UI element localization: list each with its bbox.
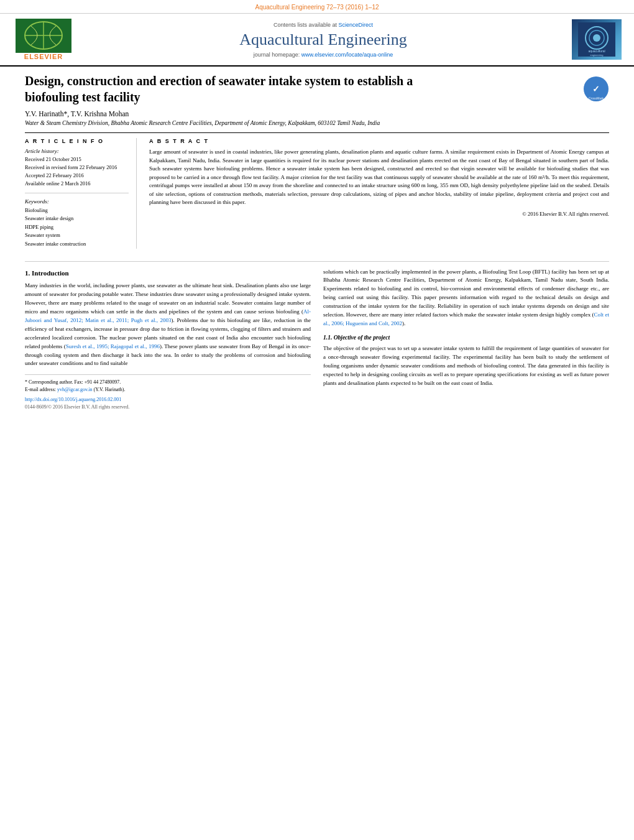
abstract-heading: A B S T R A C T bbox=[149, 138, 609, 144]
contents-text: Contents lists available at bbox=[273, 22, 337, 28]
section1-number: 1. bbox=[25, 269, 30, 277]
article-info-heading: A R T I C L E I N F O bbox=[25, 138, 129, 144]
top-bar: Aquacultural Engineering 72–73 (2016) 1–… bbox=[0, 0, 634, 14]
info-divider bbox=[25, 193, 129, 193]
svg-text:engineering: engineering bbox=[590, 53, 604, 57]
svg-text:CrossMark: CrossMark bbox=[589, 96, 604, 100]
section1-para1: Many industries in the world, including … bbox=[25, 282, 311, 368]
footnote-email-line: E-mail address: yvh@igcar.gov.in (Y.V. H… bbox=[25, 386, 311, 394]
received-1: Received 21 October 2015 bbox=[25, 156, 129, 164]
subsection1-1-heading: 1.1. Objective of the project bbox=[323, 333, 609, 342]
received-revised: Received in revised form 22 February 201… bbox=[25, 164, 129, 172]
body-col-right: solutions which can be practically imple… bbox=[323, 268, 609, 412]
svg-point-7 bbox=[593, 34, 600, 42]
footnote-email-person: (Y.V. Harinath). bbox=[94, 387, 126, 392]
svg-text:aquacultural: aquacultural bbox=[588, 49, 605, 53]
authors-text: Y.V. Harinath*, T.V. Krishna Mohan bbox=[25, 110, 129, 118]
abstract-text: Large amount of seawater is used in coas… bbox=[149, 148, 609, 207]
section1-title-text: Introduction bbox=[32, 269, 69, 277]
contents-available: Contents lists available at ScienceDirec… bbox=[81, 22, 566, 28]
title-area: ✓ CrossMark Design, construction and ere… bbox=[25, 73, 609, 105]
ref-aljuboori[interactable]: Al-Juboori and Yusaf, 2012; Matin et al.… bbox=[25, 308, 311, 323]
elsevier-text: ELSEVIER bbox=[24, 53, 63, 60]
keywords-list: Biofouling Seawater intake design HDPE p… bbox=[25, 206, 129, 249]
copyright: © 2016 Elsevier B.V. All rights reserved… bbox=[149, 211, 609, 217]
paper-title: Design, construction and erection of sea… bbox=[25, 73, 448, 105]
issn-line: 0144-8609/© 2016 Elsevier B.V. All right… bbox=[25, 404, 311, 411]
journal-homepage: journal homepage: www.elsevier.com/locat… bbox=[81, 52, 566, 58]
footnote-section: * Corresponding author. Fax: +91 44 2748… bbox=[25, 374, 311, 411]
sciencedirect-link[interactable]: ScienceDirect bbox=[339, 22, 374, 28]
crossmark-badge: ✓ CrossMark bbox=[583, 76, 609, 103]
affiliation: Water & Steam Chemistry Division, Bhabha… bbox=[25, 120, 609, 126]
abstract-section: A B S T R A C T Large amount of seawater… bbox=[149, 138, 609, 249]
subsection1-1-text: The objective of the project was to set … bbox=[323, 344, 609, 388]
keyword-3: HDPE piping bbox=[25, 223, 129, 232]
accepted: Accepted 22 February 2016 bbox=[25, 172, 129, 180]
footnote-corresponding: * Corresponding author. Fax: +91 44 2748… bbox=[25, 379, 311, 386]
elsevier-logo-image bbox=[16, 19, 71, 53]
article-info-abstract: A R T I C L E I N F O Article history: R… bbox=[25, 132, 609, 249]
article-history-label: Article history: bbox=[25, 148, 129, 154]
authors: Y.V. Harinath*, T.V. Krishna Mohan bbox=[25, 110, 609, 118]
keyword-5: Seawater intake construction bbox=[25, 240, 129, 249]
body-content: 1. Introduction Many industries in the w… bbox=[0, 268, 634, 412]
header-center: Contents lists available at ScienceDirec… bbox=[81, 22, 566, 58]
doi-link[interactable]: http://dx.doi.org/10.1016/j.aquaeng.2016… bbox=[25, 397, 121, 402]
section1-para2: solutions which can be practically imple… bbox=[323, 268, 609, 329]
body-col-left: 1. Introduction Many industries in the w… bbox=[25, 268, 311, 412]
section1-heading: 1. Introduction bbox=[25, 268, 311, 279]
footnote-asterisk-text: * Corresponding author. Fax: +91 44 2748… bbox=[25, 379, 121, 385]
keyword-1: Biofouling bbox=[25, 206, 129, 215]
svg-text:✓: ✓ bbox=[592, 84, 600, 94]
journal-logo-svg: aquacultural engineering bbox=[578, 22, 615, 57]
footnote-email-link[interactable]: yvh@igcar.gov.in bbox=[57, 387, 93, 392]
homepage-label: journal homepage: bbox=[254, 52, 300, 58]
keyword-4: Seawater system bbox=[25, 231, 129, 240]
ref-colt[interactable]: Colt et al., 2006; Huguenin and Colt, 20… bbox=[323, 312, 609, 326]
journal-logo: aquacultural engineering bbox=[572, 19, 622, 60]
homepage-url[interactable]: www.elsevier.com/locate/aqua-online bbox=[301, 52, 393, 58]
article-info-col: A R T I C L E I N F O Article history: R… bbox=[25, 138, 137, 249]
footnote-email-label: E-mail address: bbox=[25, 387, 56, 392]
subsection-number: 1.1. bbox=[323, 335, 332, 341]
elsevier-logo-container: ELSEVIER bbox=[12, 19, 75, 60]
available-online: Available online 2 March 2016 bbox=[25, 180, 129, 188]
journal-header: ELSEVIER Contents lists available at Sci… bbox=[0, 14, 634, 67]
doi-line: http://dx.doi.org/10.1016/j.aquaeng.2016… bbox=[25, 396, 311, 404]
journal-ref-link[interactable]: Aquacultural Engineering 72–73 (2016) 1–… bbox=[255, 4, 379, 11]
subsection-title-text: Objective of the project bbox=[334, 335, 390, 341]
keywords-label: Keywords: bbox=[25, 198, 129, 205]
ref-suresh[interactable]: Suresh et al., 1995; Rajagopal et al., 1… bbox=[66, 343, 160, 349]
keyword-2: Seawater intake design bbox=[25, 215, 129, 223]
journal-title: Aquacultural Engineering bbox=[81, 30, 566, 49]
content-divider bbox=[25, 261, 609, 262]
paper-content: ✓ CrossMark Design, construction and ere… bbox=[0, 67, 634, 255]
